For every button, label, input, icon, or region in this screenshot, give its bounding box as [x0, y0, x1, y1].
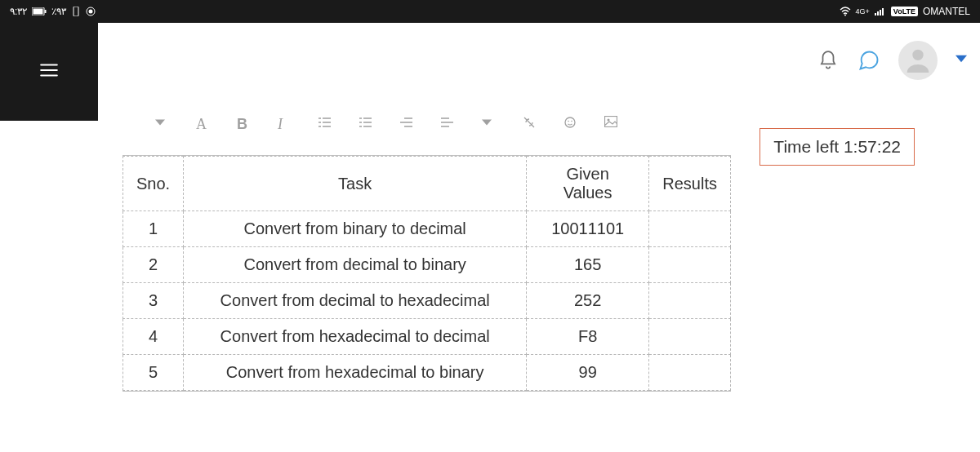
battery-icon — [32, 7, 47, 16]
unlink-icon[interactable] — [523, 116, 539, 129]
table-header-row: Sno. Task Given Values Results — [123, 157, 731, 211]
status-bar: ٩:٣٢ ٪٩٣ 4G+ VoLTE OMANTEL — [0, 0, 980, 23]
cell-sno: 5 — [123, 355, 184, 391]
cell-sno: 2 — [123, 247, 184, 283]
cell-sno: 1 — [123, 211, 184, 247]
italic-icon[interactable]: I — [278, 116, 294, 129]
cell-task: Convert from decimal to hexadecimal — [184, 283, 527, 319]
table-row: 5 Convert from hexadecimal to binary 99 — [123, 355, 731, 391]
svg-point-6 — [844, 15, 846, 16]
svg-rect-10 — [882, 8, 884, 16]
toolbar-dropdown-icon-2[interactable] — [482, 116, 498, 129]
svg-rect-7 — [875, 13, 876, 16]
cell-sno: 3 — [123, 283, 184, 319]
wifi-icon — [840, 7, 851, 16]
sidebar-header-block — [0, 23, 98, 121]
image-icon[interactable] — [604, 116, 621, 129]
table-row: 1 Convert from binary to decimal 1001110… — [123, 211, 731, 247]
svg-rect-8 — [877, 11, 879, 16]
header-given: Given Values — [527, 157, 649, 211]
bold-icon[interactable]: B — [237, 116, 253, 129]
cell-task: Convert from decimal to binary — [184, 247, 527, 283]
cell-results[interactable] — [649, 283, 731, 319]
header-sno: Sno. — [123, 157, 184, 211]
user-menu-dropdown[interactable] — [956, 53, 967, 68]
status-time: ٩:٣٢ — [10, 6, 27, 17]
app-header — [0, 23, 980, 98]
messages-button[interactable] — [858, 49, 880, 72]
editor-toolbar: A B I — [122, 114, 731, 131]
menu-button[interactable] — [38, 60, 60, 84]
cell-given: 165 — [527, 247, 649, 283]
cell-task: Convert from binary to decimal — [184, 211, 527, 247]
outdent-icon[interactable] — [400, 116, 416, 129]
status-right: 4G+ VoLTE OMANTEL — [840, 6, 970, 17]
task-table: Sno. Task Given Values Results 1 Convert… — [122, 156, 731, 391]
svg-rect-1 — [33, 9, 43, 15]
emoji-icon[interactable] — [564, 116, 580, 129]
status-left: ٩:٣٢ ٪٩٣ — [10, 6, 96, 17]
svg-point-12 — [565, 117, 575, 127]
table-row: 3 Convert from decimal to hexadecimal 25… — [123, 283, 731, 319]
cell-given: F8 — [527, 319, 649, 355]
svg-rect-9 — [880, 10, 881, 16]
svg-point-13 — [568, 121, 569, 122]
cell-sno: 4 — [123, 319, 184, 355]
cell-given: 10011101 — [527, 211, 649, 247]
record-icon — [86, 7, 96, 16]
svg-rect-3 — [74, 7, 78, 16]
table-row: 4 Convert from hexadecimal to decimal F8 — [123, 319, 731, 355]
svg-point-5 — [89, 10, 93, 14]
svg-rect-2 — [45, 10, 47, 13]
header-results: Results — [649, 157, 731, 211]
cell-task: Convert from hexadecimal to decimal — [184, 319, 527, 355]
signal-icon — [875, 7, 886, 16]
timer-label: Time left 1:57:22 — [773, 137, 901, 156]
table-row: 2 Convert from decimal to binary 165 — [123, 247, 731, 283]
header-task: Task — [184, 157, 527, 211]
toolbar-dropdown-icon[interactable] — [155, 116, 172, 129]
screenshot-icon — [71, 7, 81, 16]
svg-point-14 — [571, 121, 572, 122]
numbered-list-icon[interactable] — [359, 116, 376, 129]
volte-badge: VoLTE — [891, 7, 918, 16]
svg-point-11 — [912, 50, 923, 60]
cell-results[interactable] — [649, 355, 731, 391]
cell-given: 99 — [527, 355, 649, 391]
notifications-button[interactable] — [817, 49, 840, 72]
network-type: 4G+ — [856, 7, 870, 16]
font-icon[interactable]: A — [196, 116, 212, 129]
timer-display: Time left 1:57:22 — [760, 128, 915, 166]
carrier-name: OMANTEL — [923, 6, 970, 17]
cell-task: Convert from hexadecimal to binary — [184, 355, 527, 391]
cell-results[interactable] — [649, 247, 731, 283]
task-table-wrap: Sno. Task Given Values Results 1 Convert… — [122, 155, 731, 392]
user-avatar[interactable] — [898, 41, 938, 80]
cell-results[interactable] — [649, 211, 731, 247]
list-icon[interactable] — [318, 116, 335, 129]
svg-point-16 — [608, 119, 610, 122]
main-panel: A B I Sno. Task Given Values Results — [122, 114, 731, 392]
cell-given: 252 — [527, 283, 649, 319]
battery-percent: ٪٩٣ — [51, 6, 66, 17]
cell-results[interactable] — [649, 319, 731, 355]
indent-icon[interactable] — [441, 116, 457, 129]
